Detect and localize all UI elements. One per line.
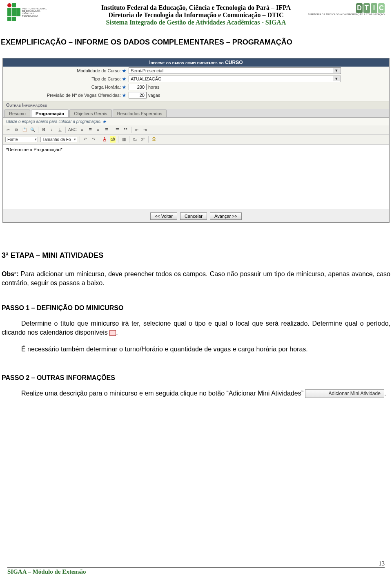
paste-icon[interactable]: 📋 [22, 127, 27, 133]
table-icon[interactable]: ▦ [121, 136, 127, 143]
align-center-icon[interactable]: ≣ [87, 127, 93, 133]
bold-icon[interactable]: B [41, 127, 47, 133]
text-color-icon[interactable]: A [102, 136, 107, 143]
carga-unit: horas [148, 85, 160, 89]
doc-header: INSTITUTO FEDERAL DE EDUCAÇÃO, CIÊNCIA E… [0, 0, 392, 31]
carga-label: Carga Horária: ★ [6, 85, 129, 90]
doc-footer: SIGAA – Módulo de Extensão [0, 567, 392, 575]
highlight-icon[interactable]: ab [110, 136, 116, 143]
passo2-title: PASSO 2 – OUTRAS INFORMAÇÕES [2, 374, 390, 382]
indent-icon[interactable]: ⇥ [142, 127, 148, 133]
footer-text: SIGAA – Módulo de Extensão [7, 568, 385, 575]
underline-icon[interactable]: U [57, 127, 63, 133]
carga-input[interactable] [129, 84, 147, 90]
editor-toolbar-2: Fonte Tamanho da Fo ↶ ↷ A ab ▦ x₂ x² Ω [3, 135, 389, 144]
row-carga: Carga Horária: ★ horas [3, 83, 389, 91]
font-size-select[interactable]: Tamanho da Fo [40, 137, 77, 142]
row-vagas: Previsão de Nº de Vagas Oferecidas: ★ va… [3, 91, 389, 99]
row-tipo: Tipo do Curso: ★ ATUALIZAÇÃO [3, 75, 389, 83]
page-number: 13 [379, 560, 385, 567]
tab-programacao[interactable]: Programação [31, 109, 69, 117]
avancar-button[interactable]: Avançar >> [210, 212, 242, 220]
tabs: Resumo Programação Objetivos Gerais Resu… [3, 109, 389, 118]
italic-icon[interactable]: I [49, 127, 55, 133]
align-left-icon[interactable]: ≡ [79, 127, 85, 133]
outdent-icon[interactable]: ⇤ [134, 127, 140, 133]
logo-ifpa: INSTITUTO FEDERAL DE EDUCAÇÃO, CIÊNCIA E… [7, 3, 51, 21]
passo1-title: PASSO 1 – DEFINIÇÃO DO MINICURSO [2, 304, 390, 312]
calendar-icon [109, 330, 116, 336]
form-buttons: << Voltar Cancelar Avançar >> [3, 210, 389, 222]
tab-note: Utilize o espaço abaixo para colocar a p… [3, 118, 389, 125]
voltar-button[interactable]: << Voltar [150, 212, 177, 220]
modalidade-select[interactable]: Semi-Presencial [129, 67, 341, 74]
logo-dtic: D T I C DIRETORIA DE TECNOLOGIA DA INFOR… [308, 3, 385, 16]
symbol-icon[interactable]: Ω [151, 136, 157, 143]
undo-icon[interactable]: ↶ [82, 136, 88, 143]
passo2-p: Realize uma descrição para o minicurso e… [2, 389, 390, 398]
vagas-input[interactable] [129, 92, 147, 98]
form-title: Informe os dados complementares do CURSO [3, 58, 389, 67]
tab-objetivos[interactable]: Objetivos Gerais [69, 109, 111, 117]
ifpa-caption: INSTITUTO FEDERAL DE EDUCAÇÃO, CIÊNCIA E… [22, 7, 51, 17]
body-text: 3ª ETAPA – MINI ATIVIDADES Obs²: Para ad… [0, 251, 392, 398]
redo-icon[interactable]: ↷ [91, 136, 96, 143]
subscript-icon[interactable]: x₂ [132, 136, 138, 143]
form-panel: Informe os dados complementares do CURSO… [2, 58, 390, 223]
passo1-p2: É necessário também determinar o turno/H… [2, 345, 390, 354]
dtic-word-icon: D T I C [356, 3, 385, 13]
vagas-label: Previsão de Nº de Vagas Oferecidas: ★ [6, 93, 129, 98]
strike-icon[interactable]: ABC [68, 127, 77, 133]
list-ol-icon[interactable]: ☷ [123, 127, 129, 133]
obs-paragraph: Obs²: Para adicionar um minicurso, deve … [2, 270, 390, 288]
header-line3: Sistema Integrado de Gestão de Atividade… [7, 19, 385, 26]
cut-icon[interactable]: ✂ [5, 127, 11, 133]
footer-rule [7, 567, 385, 568]
sub-header-outras: Outras Informações [3, 101, 389, 109]
find-icon[interactable]: 🔍 [30, 127, 36, 133]
editor-toolbar: ✂ ⧉ 📋 🔍 B I U ABC ≡ ≣ ≡ ≣ ☰ ☷ ⇤ ⇥ [3, 125, 389, 135]
etapa-title: 3ª ETAPA – MINI ATIVIDADES [2, 251, 390, 260]
passo1-p1: Determine o título que minicurso irá ter… [2, 319, 390, 337]
cancelar-button[interactable]: Cancelar [180, 212, 207, 220]
row-modalidade: Modalidade do Curso: ★ Semi-Presencial [3, 67, 389, 75]
tipo-select[interactable]: ATUALIZAÇÃO [129, 76, 341, 82]
ifpa-grid-icon [7, 3, 20, 21]
align-justify-icon[interactable]: ≣ [104, 127, 109, 133]
dtic-caption: DIRETORIA DE TECNOLOGIA DA INFORMAÇÃO E … [308, 13, 385, 16]
align-right-icon[interactable]: ≡ [96, 127, 101, 133]
font-family-select[interactable]: Fonte [5, 137, 38, 142]
editor-area[interactable]: *Determine a Programação* [3, 144, 389, 210]
modalidade-label: Modalidade do Curso: ★ [6, 68, 129, 74]
adicionar-mini-atividade-button[interactable]: Adicionar Mini Atividade [305, 389, 384, 398]
section-title: EXEMPLIFICAÇÃO – INFORME OS DADOS COMPLE… [0, 38, 392, 47]
list-ul-icon[interactable]: ☰ [115, 127, 120, 133]
copy-icon[interactable]: ⧉ [13, 127, 19, 133]
vagas-unit: vagas [148, 93, 160, 98]
header-rule [7, 28, 385, 28]
tab-resumo[interactable]: Resumo [4, 109, 30, 117]
tipo-label: Tipo do Curso: ★ [6, 76, 129, 82]
obs-label: Obs²: [2, 270, 19, 277]
tab-resultados[interactable]: Resultados Esperados [113, 109, 167, 117]
superscript-icon[interactable]: x² [140, 136, 146, 143]
